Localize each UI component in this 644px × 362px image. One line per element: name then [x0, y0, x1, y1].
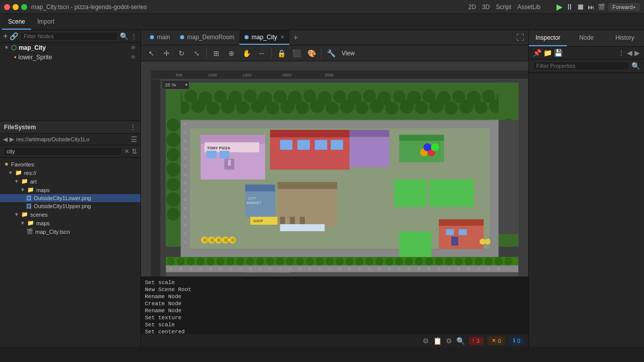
select-tool-button[interactable]: ↖	[145, 47, 158, 59]
error-badge[interactable]: ! 3	[469, 337, 484, 345]
log-copy-button[interactable]: 📋	[433, 337, 442, 345]
warn-badge[interactable]: ✕ 0	[488, 336, 505, 345]
rotate-tool-button[interactable]: ↻	[175, 47, 188, 59]
svg-point-201	[308, 267, 311, 270]
log-line: Rename Node	[145, 293, 524, 300]
fs-item-scenes[interactable]: ▼ 📁 scenes	[0, 210, 140, 219]
log-filter-button[interactable]: ⚙	[446, 337, 452, 345]
pivot-button[interactable]: ⊕	[225, 47, 238, 59]
tab-main[interactable]: main	[145, 30, 175, 45]
tab-map-city[interactable]: map_City ✕	[239, 30, 289, 45]
move-tool-button[interactable]: ✛	[160, 47, 173, 59]
tab-inspector[interactable]: Inspector	[529, 30, 567, 46]
stop-button[interactable]: ⏹	[577, 3, 585, 12]
mode-2d-button[interactable]: 2D	[468, 4, 476, 11]
smart-snap-button[interactable]: ↔	[255, 47, 268, 59]
tab-history[interactable]: History	[606, 30, 644, 46]
fs-item-map-city-tscn[interactable]: 🎬 map_City.tscn	[0, 227, 140, 236]
inspector-pin-button[interactable]: 📌	[533, 49, 541, 57]
list-view-button[interactable]: ☰	[131, 135, 137, 143]
error-count: 3	[476, 338, 479, 344]
fs-item-maps-art[interactable]: ▼ 📁 maps	[0, 186, 140, 194]
log-line: New Scene Root	[145, 286, 524, 293]
inspector-prev-button[interactable]: ◀	[627, 49, 632, 57]
inspector-save-button[interactable]: 💾	[554, 49, 562, 57]
minimize-window-button[interactable]	[13, 4, 19, 10]
fs-item-outside-city-lower[interactable]: 🖼 OutsideCity1Lower.png	[0, 194, 140, 202]
filesystem-search-input[interactable]	[3, 147, 122, 156]
layout-expand-button[interactable]: ⛶	[516, 33, 524, 42]
deploy-button[interactable]: Forward+	[608, 3, 640, 11]
add-node-button[interactable]: +	[3, 32, 8, 41]
visibility-icon[interactable]: 👁	[130, 44, 136, 51]
link-node-button[interactable]: 🔗	[10, 32, 18, 40]
tab-import[interactable]: Import	[31, 14, 60, 30]
svg-rect-133	[459, 229, 467, 235]
lock-button[interactable]: 🔒	[275, 47, 288, 59]
svg-text:CITY: CITY	[248, 197, 256, 200]
back-button[interactable]: ◀	[3, 136, 8, 143]
svg-point-79	[184, 139, 187, 142]
svg-rect-73	[181, 120, 499, 128]
maximize-window-button[interactable]	[21, 4, 27, 10]
filter-properties-input[interactable]	[533, 61, 629, 70]
tab-node[interactable]: Node	[567, 30, 605, 46]
log-search-button[interactable]: 🔍	[456, 337, 465, 345]
svg-point-77	[184, 123, 187, 126]
sort-button[interactable]: ⇅	[131, 147, 137, 155]
favorites-label: ★ Favorites:	[0, 160, 140, 168]
group-button[interactable]: ⬛	[290, 47, 303, 59]
svg-point-209	[388, 267, 391, 270]
svg-point-213	[428, 267, 431, 270]
inspector-next-button[interactable]: ▶	[634, 49, 640, 57]
color-button[interactable]: 🎨	[305, 47, 318, 59]
visibility-icon[interactable]: 👁	[130, 54, 136, 61]
svg-point-63	[167, 193, 181, 207]
info-badge[interactable]: ℹ 0	[509, 336, 524, 345]
svg-point-64	[167, 208, 180, 221]
pan-tool-button[interactable]: ✋	[240, 47, 253, 59]
svg-point-162	[276, 257, 284, 265]
filesystem-options-button[interactable]: ⋮	[129, 123, 136, 131]
filter-nodes-input[interactable]	[20, 32, 118, 41]
snap-button[interactable]: 🔧	[325, 47, 338, 59]
fs-item-maps-scenes[interactable]: ▼ 📁 maps	[0, 219, 140, 227]
folder-icon: 📁	[21, 178, 28, 185]
play-button[interactable]: ▶	[556, 2, 562, 12]
close-window-button[interactable]	[4, 4, 10, 10]
clear-search-button[interactable]: ✕	[124, 148, 129, 155]
tree-item-lower-sprite[interactable]: ▪ lower_Sprite 👁	[0, 52, 140, 62]
viewport[interactable]: 500 1000 1500 2000 2500	[141, 61, 528, 277]
forward-button[interactable]: ▶	[10, 136, 14, 143]
inspector-folder-button[interactable]: 📁	[543, 49, 552, 57]
mode-3d-button[interactable]: 3D	[482, 4, 490, 11]
svg-rect-0	[151, 70, 528, 79]
tab-map-demo-room[interactable]: map_DemoRoom	[175, 30, 239, 45]
movie-button[interactable]: 🎬	[598, 4, 605, 11]
scale-tool-button[interactable]: ⤡	[190, 47, 203, 59]
fs-item-res[interactable]: ▼ 📁 res://	[0, 168, 140, 177]
svg-point-180	[455, 257, 463, 265]
fs-item-outside-city-upper[interactable]: 🖼 OutsideCity1Upper.png	[0, 202, 140, 210]
mode-script-button[interactable]: Script	[496, 4, 512, 11]
svg-point-37	[207, 102, 220, 115]
pause-button[interactable]: ⏸	[566, 3, 574, 12]
search-node-button[interactable]: 🔍	[120, 32, 128, 40]
grid-tool-button[interactable]: ⊞	[210, 47, 223, 59]
inspector-options-button[interactable]: ⋮	[618, 49, 625, 57]
svg-point-190	[199, 267, 202, 270]
svg-text:500: 500	[176, 73, 183, 77]
step-button[interactable]: ⏭	[588, 3, 595, 11]
scene-options-button[interactable]: ⋮	[130, 32, 137, 40]
svg-point-45	[326, 102, 339, 115]
warn-icon: ✕	[492, 337, 496, 344]
tab-scene[interactable]: Scene	[2, 14, 31, 30]
close-tab-button[interactable]: ✕	[280, 34, 284, 40]
log-options-button[interactable]: ⚙	[423, 337, 429, 345]
svg-text:2500: 2500	[325, 73, 334, 77]
fs-item-art[interactable]: ▼ 📁 art	[0, 177, 140, 186]
new-tab-button[interactable]: +	[289, 30, 302, 45]
tree-item-map-city[interactable]: ▼ ⬡ map_City 👁	[0, 43, 140, 52]
folder-icon: 📁	[21, 211, 28, 218]
mode-assetlib-button[interactable]: AssetLib	[517, 4, 540, 11]
